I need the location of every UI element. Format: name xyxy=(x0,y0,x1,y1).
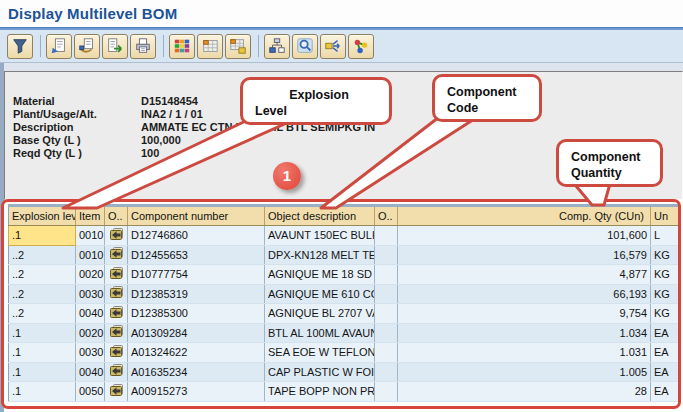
cell-object-type[interactable] xyxy=(105,284,128,304)
cell-object-2[interactable] xyxy=(375,226,398,246)
cell-config-button[interactable] xyxy=(225,34,251,59)
col-header-object-2[interactable]: O.. xyxy=(375,206,398,226)
cell-item[interactable]: 0030 xyxy=(76,284,105,304)
table-row[interactable]: .1 0030 A01324622 SEA EOE W TEFLON R.. 1… xyxy=(9,343,679,363)
cell-object-type[interactable] xyxy=(105,343,128,363)
cell-explosion-level[interactable]: .1 xyxy=(9,323,76,343)
cell-item[interactable]: 0020 xyxy=(76,265,105,285)
cell-unit[interactable]: EA xyxy=(651,362,679,382)
col-header-comp-qty[interactable]: Comp. Qty (CUn) xyxy=(398,206,651,226)
cell-object-description[interactable]: AGNIQUE ME 18 SD xyxy=(265,265,375,285)
cell-item[interactable]: 0020 xyxy=(76,323,105,343)
export-button[interactable] xyxy=(102,34,128,59)
col-header-item[interactable]: Item xyxy=(76,206,105,226)
cell-explosion-level[interactable]: .1 xyxy=(9,382,76,402)
cell-explosion-level[interactable]: .1 xyxy=(9,226,76,246)
cell-comp-qty[interactable]: 1.005 xyxy=(398,362,651,382)
cell-object-description[interactable]: SEA EOE W TEFLON R.. xyxy=(265,343,375,363)
graphic-button[interactable] xyxy=(348,34,374,59)
cell-item[interactable]: 0010 xyxy=(76,226,105,246)
col-header-unit[interactable]: Un xyxy=(651,206,679,226)
cell-object-description[interactable]: AGNIQUE BL 2707 VA.. xyxy=(265,304,375,324)
print-button[interactable] xyxy=(130,34,156,59)
cell-comp-qty[interactable]: 4,877 xyxy=(398,265,651,285)
cell-comp-qty[interactable]: 1.034 xyxy=(398,323,651,343)
cell-object-description[interactable]: TAPE BOPP NON PRO.. xyxy=(265,382,375,402)
cell-unit[interactable]: KG xyxy=(651,304,679,324)
table-row[interactable]: .1 0040 A01635234 CAP PLASTIC W FOIL .. … xyxy=(9,362,679,382)
cell-object-2[interactable] xyxy=(375,323,398,343)
cell-item[interactable]: 0040 xyxy=(76,304,105,324)
hierarchy-button[interactable] xyxy=(264,34,290,59)
cell-object-type[interactable] xyxy=(105,304,128,324)
cell-object-2[interactable] xyxy=(375,245,398,265)
cell-unit[interactable]: L xyxy=(651,226,679,246)
col-header-object-description[interactable]: Object description xyxy=(265,206,375,226)
cell-object-2[interactable] xyxy=(375,304,398,324)
cell-explosion-level[interactable]: ..2 xyxy=(9,265,76,285)
find-button[interactable] xyxy=(292,34,318,59)
cell-component-number[interactable]: A01324622 xyxy=(128,343,265,363)
cell-explosion-level[interactable]: ..2 xyxy=(9,284,76,304)
cell-object-type[interactable] xyxy=(105,362,128,382)
cell-comp-qty[interactable]: 28 xyxy=(398,382,651,402)
cell-component-number[interactable]: D12385300 xyxy=(128,304,265,324)
filter-button[interactable] xyxy=(7,34,33,59)
cell-comp-qty[interactable]: 16,579 xyxy=(398,245,651,265)
cell-object-2[interactable] xyxy=(375,382,398,402)
cell-component-number[interactable]: D12385319 xyxy=(128,284,265,304)
col-header-explosion-level[interactable]: Explosion lev.. xyxy=(9,206,76,226)
cell-unit[interactable]: EA xyxy=(651,323,679,343)
cell-object-description[interactable]: AGNIQUE ME 610 CON.. xyxy=(265,284,375,304)
cell-unit[interactable]: KG xyxy=(651,284,679,304)
cell-item[interactable]: 0040 xyxy=(76,362,105,382)
cell-comp-qty[interactable]: 1.031 xyxy=(398,343,651,363)
cell-unit[interactable]: KG xyxy=(651,265,679,285)
cell-unit[interactable]: KG xyxy=(651,245,679,265)
cell-component-number[interactable]: A01635234 xyxy=(128,362,265,382)
table-row[interactable]: ..2 0020 D10777754 AGNIQUE ME 18 SD 4,87… xyxy=(9,265,679,285)
cell-unit[interactable]: EA xyxy=(651,343,679,363)
cell-object-type[interactable] xyxy=(105,226,128,246)
cell-object-2[interactable] xyxy=(375,265,398,285)
cell-item[interactable]: 0010 xyxy=(76,245,105,265)
cell-explosion-level[interactable]: .1 xyxy=(9,343,76,363)
cell-object-description[interactable]: AVAUNT 150EC BULK .. xyxy=(265,226,375,246)
cell-object-type[interactable] xyxy=(105,382,128,402)
table-row[interactable]: .1 0020 A01309284 BTL AL 100ML AVAUN.. 1… xyxy=(9,323,679,343)
cell-explosion-level[interactable]: .1 xyxy=(9,362,76,382)
cell-object-type[interactable] xyxy=(105,265,128,285)
column-config-button[interactable] xyxy=(197,34,223,59)
cell-object-2[interactable] xyxy=(375,362,398,382)
cell-component-number[interactable]: A00915273 xyxy=(128,382,265,402)
table-row[interactable]: .1 0050 A00915273 TAPE BOPP NON PRO.. 28… xyxy=(9,382,679,402)
table-row[interactable]: ..2 0010 D12455653 DPX-KN128 MELT TEC.. … xyxy=(9,245,679,265)
cell-component-number[interactable]: D12455653 xyxy=(128,245,265,265)
table-view-button[interactable] xyxy=(169,34,195,59)
col-header-object-type[interactable]: O.. xyxy=(105,206,128,226)
table-row[interactable]: ..2 0040 D12385300 AGNIQUE BL 2707 VA.. … xyxy=(9,304,679,324)
cell-explosion-level[interactable]: ..2 xyxy=(9,304,76,324)
cell-object-description[interactable]: CAP PLASTIC W FOIL .. xyxy=(265,362,375,382)
cell-object-description[interactable]: DPX-KN128 MELT TEC.. xyxy=(265,245,375,265)
cell-comp-qty[interactable]: 9,754 xyxy=(398,304,651,324)
cell-component-number[interactable]: D12746860 xyxy=(128,226,265,246)
sort-button[interactable] xyxy=(74,34,100,59)
cell-unit[interactable]: EA xyxy=(651,382,679,402)
table-row[interactable]: .1 0010 D12746860 AVAUNT 150EC BULK .. 1… xyxy=(9,226,679,246)
cell-explosion-level[interactable]: ..2 xyxy=(9,245,76,265)
choose-detail-button[interactable] xyxy=(46,34,72,59)
col-header-component-number[interactable]: Component number xyxy=(128,206,265,226)
expand-button[interactable] xyxy=(320,34,346,59)
cell-object-type[interactable] xyxy=(105,323,128,343)
cell-object-description[interactable]: BTL AL 100ML AVAUN.. xyxy=(265,323,375,343)
cell-object-2[interactable] xyxy=(375,284,398,304)
cell-comp-qty[interactable]: 101,600 xyxy=(398,226,651,246)
cell-object-2[interactable] xyxy=(375,343,398,363)
cell-item[interactable]: 0050 xyxy=(76,382,105,402)
cell-object-type[interactable] xyxy=(105,245,128,265)
cell-item[interactable]: 0030 xyxy=(76,343,105,363)
table-row[interactable]: ..2 0030 D12385319 AGNIQUE ME 610 CON.. … xyxy=(9,284,679,304)
cell-component-number[interactable]: D10777754 xyxy=(128,265,265,285)
cell-comp-qty[interactable]: 66,193 xyxy=(398,284,651,304)
